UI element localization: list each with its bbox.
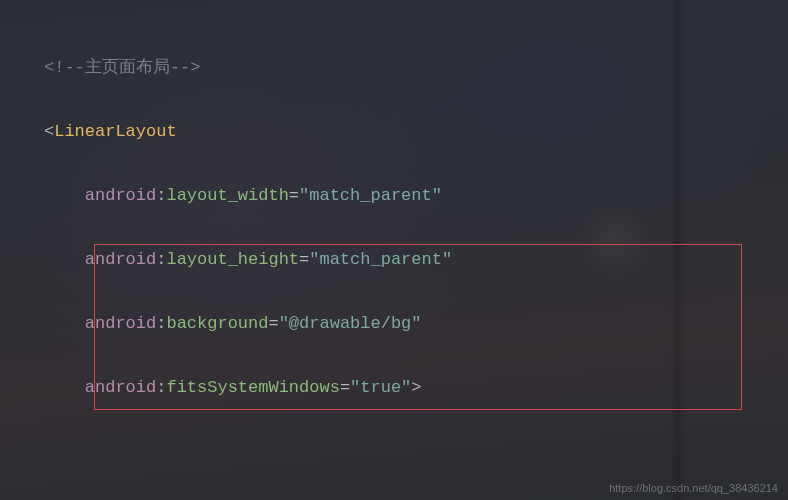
val-match-parent: "match_parent" (299, 186, 442, 205)
code-line: <!--主页面布局--> (44, 52, 788, 84)
ns-android: android (85, 378, 156, 397)
val-match-parent: "match_parent" (309, 250, 452, 269)
colon: : (156, 378, 166, 397)
colon: : (156, 314, 166, 333)
eq: = (340, 378, 350, 397)
tag-root: LinearLayout (54, 122, 176, 141)
attr-background: background (166, 314, 268, 333)
attr-layout-height: layout_height (166, 250, 299, 269)
ns-android: android (85, 186, 156, 205)
eq: = (289, 186, 299, 205)
attr-layout-width: layout_width (166, 186, 288, 205)
colon: : (156, 250, 166, 269)
ns-android: android (85, 250, 156, 269)
ns-android: android (85, 314, 156, 333)
code-line: android:background="@drawable/bg" (44, 308, 788, 340)
code-line: android:fitsSystemWindows="true"> (44, 372, 788, 404)
code-block: <!--主页面布局--> <LinearLayout android:layou… (0, 0, 788, 500)
eq: = (268, 314, 278, 333)
code-line: android:layout_width="match_parent" (44, 180, 788, 212)
attr-fitssystemwindows: fitsSystemWindows (166, 378, 339, 397)
colon: : (156, 186, 166, 205)
comment-close: --> (170, 58, 201, 77)
eq: = (299, 250, 309, 269)
val-true: "true" (350, 378, 411, 397)
angle-open: < (44, 122, 54, 141)
watermark-text: https://blog.csdn.net/qq_38436214 (609, 482, 778, 494)
comment-text: 主页面布局 (85, 58, 170, 77)
code-line: android:layout_height="match_parent" (44, 244, 788, 276)
comment-open: <!-- (44, 58, 85, 77)
angle-close: > (411, 378, 421, 397)
code-line: <LinearLayout (44, 116, 788, 148)
val-bg: "@drawable/bg" (279, 314, 422, 333)
code-line-blank (44, 436, 788, 468)
